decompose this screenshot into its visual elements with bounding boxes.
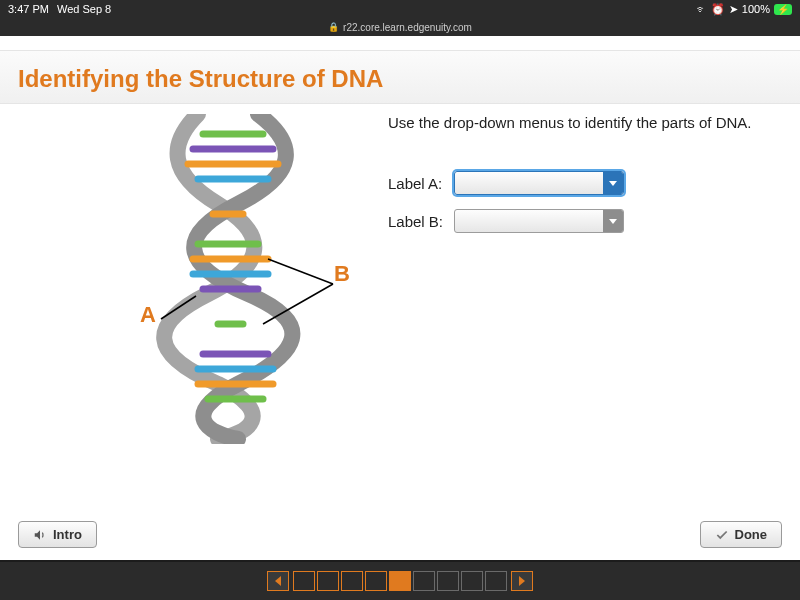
status-date: Wed Sep 8 <box>57 3 111 15</box>
lesson-title: Identifying the Structure of DNA <box>18 65 782 93</box>
location-icon: ➤ <box>729 3 738 16</box>
dropdown-label-a[interactable] <box>454 171 624 195</box>
label-a-text: Label A: <box>388 175 454 192</box>
url-text: r22.core.learn.edgenuity.com <box>343 22 472 33</box>
dna-svg <box>18 114 368 444</box>
status-left: 3:47 PM Wed Sep 8 <box>8 3 111 15</box>
lock-icon: 🔒 <box>328 22 339 32</box>
speaker-icon <box>33 528 47 542</box>
chevron-down-icon <box>603 172 623 194</box>
progress-nav <box>0 562 800 600</box>
progress-cell-8[interactable] <box>461 571 483 591</box>
ipad-status-bar: 3:47 PM Wed Sep 8 ᯤ ⏰ ➤ 100% ⚡ <box>0 0 800 18</box>
progress-cell-4[interactable] <box>365 571 387 591</box>
check-icon <box>715 528 729 542</box>
progress-cell-5[interactable] <box>389 571 411 591</box>
label-b-text: Label B: <box>388 213 454 230</box>
title-band: Identifying the Structure of DNA <box>0 50 800 104</box>
instruction-text: Use the drop-down menus to identify the … <box>388 114 782 131</box>
question-column: Use the drop-down menus to identify the … <box>388 114 782 509</box>
done-button[interactable]: Done <box>700 521 783 548</box>
prev-button[interactable] <box>267 571 289 591</box>
field-row-a: Label A: <box>388 171 782 195</box>
dna-figure: A B <box>18 114 368 509</box>
intro-button[interactable]: Intro <box>18 521 97 548</box>
next-button[interactable] <box>511 571 533 591</box>
status-right: ᯤ ⏰ ➤ 100% ⚡ <box>696 3 792 16</box>
done-button-label: Done <box>735 527 768 542</box>
alarm-icon: ⏰ <box>711 3 725 16</box>
intro-button-label: Intro <box>53 527 82 542</box>
chevron-down-icon <box>603 210 623 232</box>
figure-label-B: B <box>334 261 350 287</box>
browser-url-bar[interactable]: 🔒 r22.core.learn.edgenuity.com <box>0 18 800 36</box>
lesson-page: Identifying the Structure of DNA <box>0 36 800 560</box>
progress-cell-3[interactable] <box>341 571 363 591</box>
body-area: A B Use the drop-down menus to identify … <box>0 104 800 515</box>
status-time: 3:47 PM <box>8 3 49 15</box>
battery-icon: ⚡ <box>774 4 792 15</box>
progress-cell-9[interactable] <box>485 571 507 591</box>
chevron-right-icon <box>519 576 525 586</box>
figure-label-A: A <box>140 302 156 328</box>
field-row-b: Label B: <box>388 209 782 233</box>
chevron-left-icon <box>275 576 281 586</box>
wifi-icon: ᯤ <box>696 3 707 15</box>
progress-cell-1[interactable] <box>293 571 315 591</box>
footer-row: Intro Done <box>0 515 800 560</box>
battery-pct: 100% <box>742 3 770 15</box>
progress-cell-6[interactable] <box>413 571 435 591</box>
svg-line-15 <box>268 259 333 284</box>
progress-cell-7[interactable] <box>437 571 459 591</box>
dropdown-label-b[interactable] <box>454 209 624 233</box>
progress-cell-2[interactable] <box>317 571 339 591</box>
